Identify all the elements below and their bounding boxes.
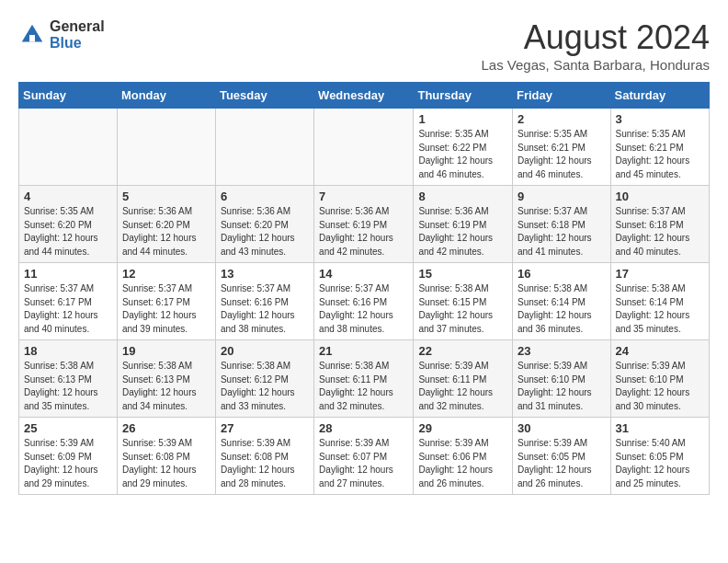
day-info: Sunrise: 5:36 AM Sunset: 6:19 PM Dayligh…	[319, 205, 408, 259]
day-number: 29	[418, 421, 507, 435]
day-info: Sunrise: 5:36 AM Sunset: 6:19 PM Dayligh…	[418, 205, 507, 259]
calendar-cell: 7Sunrise: 5:36 AM Sunset: 6:19 PM Daylig…	[314, 186, 414, 263]
calendar-cell: 9Sunrise: 5:37 AM Sunset: 6:18 PM Daylig…	[513, 186, 611, 263]
calendar-cell	[19, 109, 118, 186]
day-info: Sunrise: 5:39 AM Sunset: 6:08 PM Dayligh…	[221, 437, 309, 490]
calendar-cell: 5Sunrise: 5:36 AM Sunset: 6:20 PM Daylig…	[117, 186, 215, 263]
calendar-cell: 1Sunrise: 5:35 AM Sunset: 6:22 PM Daylig…	[414, 109, 513, 186]
day-number: 12	[122, 267, 210, 281]
calendar-cell: 6Sunrise: 5:36 AM Sunset: 6:20 PM Daylig…	[215, 186, 313, 263]
calendar-cell: 27Sunrise: 5:39 AM Sunset: 6:08 PM Dayli…	[215, 418, 313, 495]
calendar-cell: 13Sunrise: 5:37 AM Sunset: 6:16 PM Dayli…	[215, 263, 313, 340]
day-info: Sunrise: 5:38 AM Sunset: 6:13 PM Dayligh…	[24, 360, 112, 413]
day-number: 2	[518, 112, 606, 126]
calendar-header-row: SundayMondayTuesdayWednesdayThursdayFrid…	[19, 83, 710, 109]
calendar-cell: 20Sunrise: 5:38 AM Sunset: 6:12 PM Dayli…	[215, 340, 313, 418]
day-info: Sunrise: 5:39 AM Sunset: 6:06 PM Dayligh…	[418, 437, 507, 490]
calendar-header-sunday: Sunday	[19, 83, 118, 109]
day-number: 6	[221, 190, 309, 203]
day-number: 15	[418, 267, 507, 281]
calendar-week-row: 25Sunrise: 5:39 AM Sunset: 6:09 PM Dayli…	[19, 418, 710, 495]
day-info: Sunrise: 5:35 AM Sunset: 6:21 PM Dayligh…	[518, 128, 606, 181]
day-info: Sunrise: 5:36 AM Sunset: 6:20 PM Dayligh…	[122, 205, 210, 259]
calendar-week-row: 11Sunrise: 5:37 AM Sunset: 6:17 PM Dayli…	[19, 263, 710, 340]
calendar-header-saturday: Saturday	[610, 83, 709, 109]
day-info: Sunrise: 5:37 AM Sunset: 6:16 PM Dayligh…	[319, 282, 408, 336]
calendar-cell: 2Sunrise: 5:35 AM Sunset: 6:21 PM Daylig…	[513, 109, 611, 186]
calendar-header-friday: Friday	[513, 83, 611, 109]
calendar-cell: 18Sunrise: 5:38 AM Sunset: 6:13 PM Dayli…	[19, 340, 118, 418]
calendar-cell: 14Sunrise: 5:37 AM Sunset: 6:16 PM Dayli…	[314, 263, 414, 340]
calendar-cell: 24Sunrise: 5:39 AM Sunset: 6:10 PM Dayli…	[610, 340, 709, 418]
day-number: 18	[24, 344, 112, 358]
day-info: Sunrise: 5:39 AM Sunset: 6:05 PM Dayligh…	[518, 437, 606, 490]
day-info: Sunrise: 5:39 AM Sunset: 6:09 PM Dayligh…	[24, 437, 112, 490]
day-number: 31	[616, 421, 704, 435]
logo-general-text: General	[50, 18, 105, 35]
day-number: 5	[122, 190, 210, 203]
day-number: 22	[418, 344, 507, 358]
day-info: Sunrise: 5:35 AM Sunset: 6:20 PM Dayligh…	[24, 205, 112, 259]
day-number: 10	[616, 190, 704, 203]
calendar-cell: 29Sunrise: 5:39 AM Sunset: 6:06 PM Dayli…	[414, 418, 513, 495]
day-number: 9	[518, 190, 606, 203]
day-info: Sunrise: 5:39 AM Sunset: 6:10 PM Dayligh…	[518, 360, 606, 413]
month-year-title: August 2024	[482, 18, 711, 57]
day-number: 27	[221, 421, 309, 435]
day-info: Sunrise: 5:39 AM Sunset: 6:08 PM Dayligh…	[122, 437, 210, 490]
calendar-cell: 16Sunrise: 5:38 AM Sunset: 6:14 PM Dayli…	[513, 263, 611, 340]
calendar-cell: 30Sunrise: 5:39 AM Sunset: 6:05 PM Dayli…	[513, 418, 611, 495]
day-number: 23	[518, 344, 606, 358]
day-info: Sunrise: 5:39 AM Sunset: 6:11 PM Dayligh…	[418, 360, 507, 413]
calendar-cell: 31Sunrise: 5:40 AM Sunset: 6:05 PM Dayli…	[610, 418, 709, 495]
day-number: 11	[24, 267, 112, 281]
calendar-cell: 10Sunrise: 5:37 AM Sunset: 6:18 PM Dayli…	[610, 186, 709, 263]
calendar-cell: 4Sunrise: 5:35 AM Sunset: 6:20 PM Daylig…	[19, 186, 118, 263]
calendar-header-wednesday: Wednesday	[314, 83, 414, 109]
day-number: 30	[518, 421, 606, 435]
calendar-cell: 11Sunrise: 5:37 AM Sunset: 6:17 PM Dayli…	[19, 263, 118, 340]
calendar-cell: 3Sunrise: 5:35 AM Sunset: 6:21 PM Daylig…	[610, 109, 709, 186]
day-info: Sunrise: 5:37 AM Sunset: 6:18 PM Dayligh…	[616, 205, 704, 259]
day-info: Sunrise: 5:39 AM Sunset: 6:10 PM Dayligh…	[616, 360, 704, 413]
calendar-cell: 23Sunrise: 5:39 AM Sunset: 6:10 PM Dayli…	[513, 340, 611, 418]
title-block: August 2024 Las Vegas, Santa Barbara, Ho…	[482, 18, 711, 73]
day-info: Sunrise: 5:37 AM Sunset: 6:17 PM Dayligh…	[24, 282, 112, 336]
calendar-cell	[314, 109, 414, 186]
day-number: 19	[122, 344, 210, 358]
calendar-header-monday: Monday	[117, 83, 215, 109]
day-info: Sunrise: 5:38 AM Sunset: 6:15 PM Dayligh…	[418, 282, 507, 336]
day-info: Sunrise: 5:38 AM Sunset: 6:14 PM Dayligh…	[616, 282, 704, 336]
day-info: Sunrise: 5:38 AM Sunset: 6:14 PM Dayligh…	[518, 282, 606, 336]
calendar-week-row: 1Sunrise: 5:35 AM Sunset: 6:22 PM Daylig…	[19, 109, 710, 186]
calendar-header-tuesday: Tuesday	[215, 83, 313, 109]
day-number: 7	[319, 190, 408, 203]
calendar-week-row: 4Sunrise: 5:35 AM Sunset: 6:20 PM Daylig…	[19, 186, 710, 263]
calendar-cell: 22Sunrise: 5:39 AM Sunset: 6:11 PM Dayli…	[414, 340, 513, 418]
day-number: 21	[319, 344, 408, 358]
calendar-cell: 19Sunrise: 5:38 AM Sunset: 6:13 PM Dayli…	[117, 340, 215, 418]
day-info: Sunrise: 5:38 AM Sunset: 6:12 PM Dayligh…	[221, 360, 309, 413]
day-number: 16	[518, 267, 606, 281]
day-info: Sunrise: 5:39 AM Sunset: 6:07 PM Dayligh…	[319, 437, 408, 490]
calendar-cell	[215, 109, 313, 186]
day-number: 25	[24, 421, 112, 435]
location-subtitle: Las Vegas, Santa Barbara, Honduras	[482, 57, 711, 73]
day-number: 3	[616, 112, 704, 126]
logo: General Blue	[18, 18, 105, 51]
calendar-cell: 28Sunrise: 5:39 AM Sunset: 6:07 PM Dayli…	[314, 418, 414, 495]
day-number: 17	[616, 267, 704, 281]
day-info: Sunrise: 5:40 AM Sunset: 6:05 PM Dayligh…	[616, 437, 704, 490]
day-number: 20	[221, 344, 309, 358]
day-number: 8	[418, 190, 507, 203]
day-info: Sunrise: 5:36 AM Sunset: 6:20 PM Dayligh…	[221, 205, 309, 259]
day-number: 4	[24, 190, 112, 203]
day-info: Sunrise: 5:38 AM Sunset: 6:11 PM Dayligh…	[319, 360, 408, 413]
calendar-cell: 12Sunrise: 5:37 AM Sunset: 6:17 PM Dayli…	[117, 263, 215, 340]
calendar-cell: 15Sunrise: 5:38 AM Sunset: 6:15 PM Dayli…	[414, 263, 513, 340]
day-info: Sunrise: 5:37 AM Sunset: 6:18 PM Dayligh…	[518, 205, 606, 259]
calendar-week-row: 18Sunrise: 5:38 AM Sunset: 6:13 PM Dayli…	[19, 340, 710, 418]
day-number: 1	[418, 112, 507, 126]
calendar-cell: 21Sunrise: 5:38 AM Sunset: 6:11 PM Dayli…	[314, 340, 414, 418]
svg-rect-1	[29, 35, 35, 42]
